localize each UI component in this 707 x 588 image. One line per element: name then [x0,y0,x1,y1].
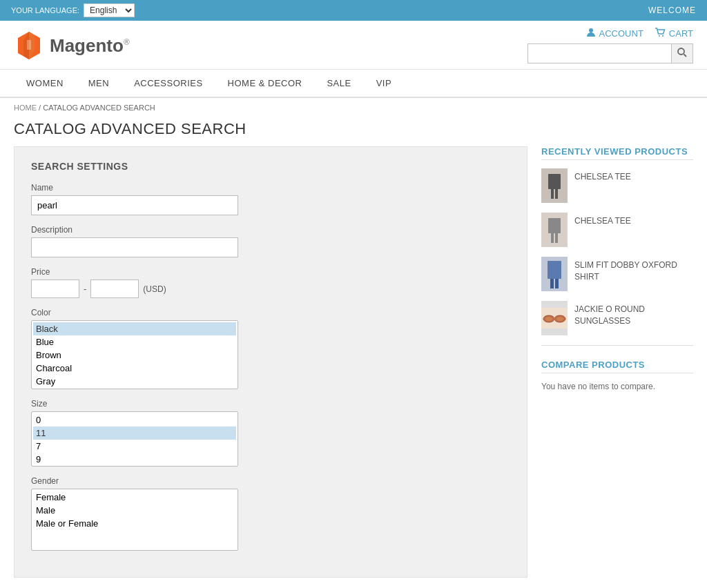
header-actions: ACCOUNT CART [586,28,693,39]
product-thumb-1 [541,213,568,247]
cart-icon [655,28,666,39]
svg-point-6 [662,35,664,37]
header: Magento® ACCOUNT CART [0,21,707,70]
content-area: SEARCH SETTINGS Name Description Price -… [14,146,527,588]
breadcrumb-current: CATALOG ADVANCED SEARCH [43,104,155,112]
page-title: CATALOG ADVANCED SEARCH [0,117,707,146]
svg-rect-11 [551,189,554,199]
logo[interactable]: Magento® [14,30,130,61]
name-input[interactable] [31,195,238,215]
sidebar: RECENTLY VIEWED PRODUCTS CHELSEA TEE CHE… [541,146,693,588]
gender-field: Gender FemaleMaleMale or Female [31,476,510,551]
search-settings-box: SEARCH SETTINGS Name Description Price -… [14,146,527,578]
gender-listbox[interactable]: FemaleMaleMale or Female [31,489,238,551]
svg-line-8 [684,55,687,57]
nav-item-sale[interactable]: SALE [314,70,363,97]
search-actions: SEARCH [14,578,527,588]
language-selector-area: YOUR LANGUAGE: EnglishFrenchSpanishGerma… [11,3,135,17]
welcome-text: WELCOME [648,6,696,15]
compare-empty: You have no items to compare. [541,382,693,391]
compare-section: COMPARE PRODUCTS You have no items to co… [541,360,693,391]
cart-label: CART [669,28,693,39]
svg-rect-12 [555,189,558,199]
description-field: Description [31,225,510,257]
recent-product-3[interactable]: JACKIE O ROUND SUNGLASSES [541,301,693,335]
product-name-0: CHELSEA TEE [574,168,631,183]
search-box [527,43,693,63]
svg-point-7 [678,48,684,55]
nav-item-home-decor[interactable]: HOME & DECOR [215,70,315,97]
price-currency: (USD) [143,284,166,294]
price-separator: - [84,284,86,294]
description-input[interactable] [31,237,238,257]
price-field: Price - (USD) [31,267,510,298]
language-label: YOUR LANGUAGE: [11,6,79,14]
main-layout: SEARCH SETTINGS Name Description Price -… [0,146,707,588]
recent-product-0[interactable]: CHELSEA TEE [541,168,693,203]
size-label: Size [31,399,510,409]
product-thumb-2 [541,257,568,291]
nav-item-accessories[interactable]: ACCESSORIES [122,70,215,97]
size-field: Size 0117910121416XSSMLXL [31,399,510,467]
product-name-2: SLIM FIT DOBBY OXFORD SHIRT [574,257,693,283]
svg-rect-20 [555,279,559,288]
color-listbox[interactable]: BlackBlueBrownCharcoalGrayGreenLavenderO… [31,320,238,389]
magento-logo-icon [14,30,44,61]
description-label: Description [31,225,510,235]
svg-point-5 [659,35,660,37]
svg-rect-16 [555,233,558,243]
nav-item-vip[interactable]: VIP [364,70,404,97]
logo-text: Magento® [50,35,130,57]
search-input[interactable] [528,45,671,62]
price-max-input[interactable] [90,280,139,298]
color-field: Color BlackBlueBrownCharcoalGrayGreenLav… [31,308,510,389]
svg-rect-24 [554,317,555,320]
svg-rect-19 [550,279,554,288]
compare-title: COMPARE PRODUCTS [541,360,693,373]
name-label: Name [31,183,510,193]
language-select[interactable]: EnglishFrenchSpanishGerman [84,3,135,17]
breadcrumb: HOME / CATALOG ADVANCED SEARCH [0,98,707,117]
color-label: Color [31,308,510,317]
settings-title: SEARCH SETTINGS [31,161,510,172]
user-icon [586,28,596,39]
price-min-input[interactable] [31,280,79,298]
header-right: ACCOUNT CART [527,28,693,63]
nav-item-women[interactable]: WOMEN [14,70,76,97]
breadcrumb-home[interactable]: HOME [14,104,37,112]
svg-rect-18 [548,261,561,279]
product-thumb-3 [541,301,568,335]
svg-point-4 [589,28,593,32]
search-icon-button[interactable] [671,44,693,63]
svg-rect-10 [548,174,561,189]
main-nav: WOMEN MEN ACCESSORIES HOME & DECOR SALE … [0,70,707,98]
product-thumb-0 [541,168,568,203]
top-bar: YOUR LANGUAGE: EnglishFrenchSpanishGerma… [0,0,707,21]
recently-viewed-title: RECENTLY VIEWED PRODUCTS [541,146,693,160]
account-link[interactable]: ACCOUNT [586,28,643,39]
product-name-1: CHELSEA TEE [574,213,631,227]
svg-rect-15 [551,233,554,243]
name-field: Name [31,183,510,215]
svg-rect-3 [27,40,31,50]
size-listbox[interactable]: 0117910121416XSSMLXL [31,411,238,467]
product-name-3: JACKIE O ROUND SUNGLASSES [574,301,693,327]
gender-label: Gender [31,476,510,486]
recent-product-1[interactable]: CHELSEA TEE [541,213,693,247]
svg-point-25 [545,317,552,321]
svg-point-26 [556,317,563,321]
price-row: - (USD) [31,280,510,298]
recent-product-2[interactable]: SLIM FIT DOBBY OXFORD SHIRT [541,257,693,291]
account-label: ACCOUNT [599,28,643,39]
svg-rect-14 [548,218,561,233]
price-label: Price [31,267,510,277]
nav-item-men[interactable]: MEN [76,70,122,97]
cart-link[interactable]: CART [655,28,693,39]
